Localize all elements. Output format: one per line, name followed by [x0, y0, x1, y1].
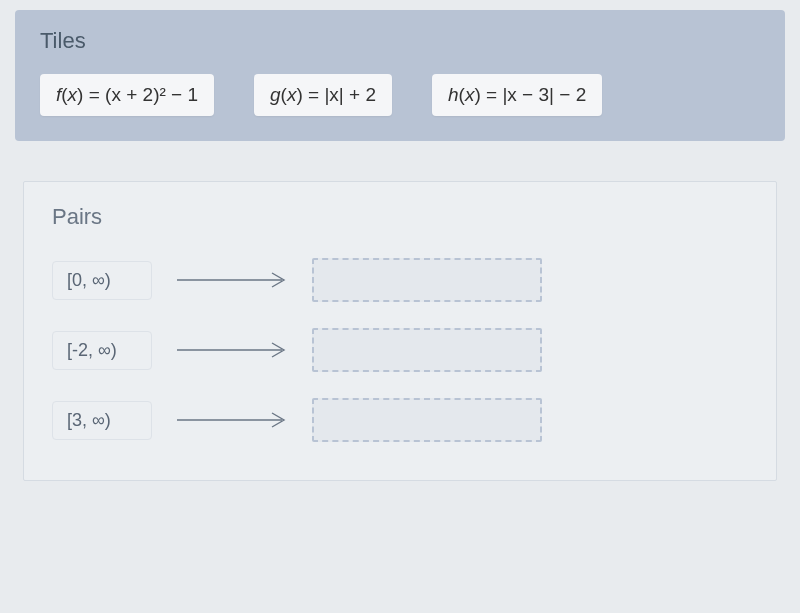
pair-row: [0, ∞) [52, 258, 748, 302]
tiles-row: f(x) = (x + 2)² − 1 g(x) = |x| + 2 h(x) … [40, 74, 760, 116]
pair-label-1: [-2, ∞) [52, 331, 152, 370]
pairs-heading: Pairs [52, 204, 748, 230]
drop-zone-2[interactable] [312, 398, 542, 442]
arrow-icon [152, 270, 312, 290]
tile-g[interactable]: g(x) = |x| + 2 [254, 74, 392, 116]
pair-label-0: [0, ∞) [52, 261, 152, 300]
tile-f[interactable]: f(x) = (x + 2)² − 1 [40, 74, 214, 116]
tile-fn-letter: f [56, 84, 61, 105]
tiles-heading: Tiles [40, 28, 760, 54]
drop-zone-1[interactable] [312, 328, 542, 372]
tiles-section: Tiles f(x) = (x + 2)² − 1 g(x) = |x| + 2… [15, 10, 785, 141]
pair-row: [-2, ∞) [52, 328, 748, 372]
pair-label-2: [3, ∞) [52, 401, 152, 440]
arrow-icon [152, 340, 312, 360]
tile-fn-letter: h [448, 84, 459, 105]
tile-expr: (x + 2)² − 1 [105, 84, 198, 105]
pair-row: [3, ∞) [52, 398, 748, 442]
arrow-icon [152, 410, 312, 430]
tile-expr: |x| + 2 [324, 84, 376, 105]
tile-h[interactable]: h(x) = |x − 3| − 2 [432, 74, 602, 116]
pairs-section: Pairs [0, ∞) [-2, ∞) [3, ∞) [23, 181, 777, 481]
drop-zone-0[interactable] [312, 258, 542, 302]
tile-expr: |x − 3| − 2 [502, 84, 586, 105]
tile-fn-letter: g [270, 84, 281, 105]
